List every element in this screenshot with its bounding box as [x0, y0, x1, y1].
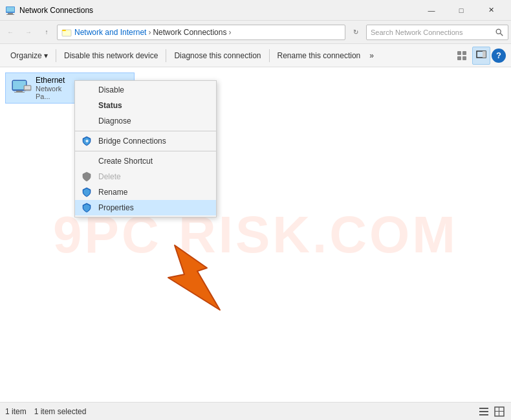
svg-rect-22 — [479, 408, 488, 409]
svg-rect-9 — [462, 51, 466, 55]
close-button[interactable]: ✕ — [476, 0, 506, 21]
ctx-disable[interactable]: Disable — [75, 82, 216, 98]
maximize-button[interactable]: □ — [446, 0, 476, 21]
view-icon — [457, 50, 467, 61]
preview-button[interactable] — [472, 47, 490, 65]
ctx-delete: Delete — [75, 169, 216, 184]
properties-shield-icon — [82, 203, 92, 213]
forward-button[interactable]: → — [21, 25, 36, 40]
svg-rect-24 — [479, 414, 488, 415]
ctx-delete-label: Delete — [98, 172, 121, 181]
ethernet-icon — [11, 78, 32, 98]
ctx-bridge[interactable]: ✦ Bridge Connections — [75, 133, 216, 149]
ctx-diagnose[interactable]: Diagnose — [75, 113, 216, 129]
svg-marker-21 — [168, 245, 220, 310]
view-options-button[interactable] — [453, 47, 471, 65]
toolbar-right: ? — [453, 47, 506, 65]
ctx-status[interactable]: Status — [75, 98, 216, 113]
svg-rect-3 — [6, 7, 14, 12]
ctx-shortcut[interactable]: Create Shortcut — [75, 153, 216, 169]
address-bar: ← → ↑ Network and Internet › Network Con… — [0, 21, 511, 44]
svg-rect-5 — [62, 30, 66, 31]
svg-rect-11 — [462, 56, 466, 60]
svg-rect-8 — [457, 51, 461, 55]
ctx-bridge-label: Bridge Connections — [98, 137, 166, 146]
breadcrumb-bar[interactable]: Network and Internet › Network Connectio… — [57, 25, 345, 40]
refresh-button[interactable]: ↻ — [348, 25, 364, 40]
delete-shield-icon — [82, 171, 92, 182]
detail-view-icon — [494, 406, 505, 417]
breadcrumb-network[interactable]: Network and Internet — [74, 28, 146, 37]
search-bar[interactable]: Search Network Connections — [366, 25, 508, 40]
title-bar-icon — [5, 5, 16, 16]
back-button[interactable]: ← — [3, 25, 18, 40]
svg-point-6 — [496, 29, 501, 34]
svg-rect-17 — [14, 92, 25, 93]
ctx-disable-label: Disable — [98, 85, 124, 94]
file-area: 9PC RISK.COM Ethernet Network Pa... — [0, 67, 511, 402]
toolbar-sep-1 — [56, 49, 56, 62]
more-button[interactable]: » — [367, 47, 376, 65]
svg-rect-1 — [8, 13, 13, 14]
help-button[interactable]: ? — [492, 49, 506, 63]
toolbar-sep-3 — [269, 49, 270, 62]
bridge-shield-icon: ✦ — [82, 136, 92, 146]
detail-view-button[interactable] — [493, 405, 506, 418]
list-view-icon — [478, 406, 490, 417]
status-bar-right — [477, 405, 506, 418]
svg-rect-2 — [6, 14, 14, 15]
ctx-diagnose-label: Diagnose — [98, 116, 131, 126]
status-bar: 1 item 1 item selected — [0, 402, 511, 420]
item-count: 1 item — [5, 407, 27, 416]
rename-button[interactable]: Rename this connection — [272, 47, 366, 65]
search-placeholder-text: Search Network Connections — [371, 28, 495, 36]
ethernet-name: Ethernet — [36, 76, 65, 85]
svg-rect-23 — [479, 411, 488, 412]
ctx-sep-1 — [75, 131, 216, 131]
ethernet-desc: Network — [36, 85, 65, 93]
svg-rect-16 — [16, 91, 23, 92]
breadcrumb-sep-2: › — [228, 28, 231, 37]
ctx-rename-label: Rename — [98, 188, 127, 197]
svg-rect-10 — [457, 56, 461, 60]
minimize-button[interactable]: — — [417, 0, 446, 21]
ctx-shortcut-label: Create Shortcut — [98, 157, 153, 166]
preview-icon — [476, 50, 486, 61]
svg-rect-27 — [495, 411, 504, 412]
selected-count: 1 item selected — [34, 407, 87, 416]
rename-shield-icon — [82, 187, 92, 197]
breadcrumb-current: Network Connections — [153, 28, 226, 37]
organize-button[interactable]: Organize ▾ — [5, 47, 53, 65]
title-bar: Network Connections — □ ✕ — [0, 0, 511, 21]
ctx-properties[interactable]: Properties — [75, 200, 216, 216]
main-content: 9PC RISK.COM Ethernet Network Pa... — [0, 67, 511, 402]
ctx-properties-label: Properties — [98, 203, 134, 212]
ctx-sep-2 — [75, 151, 216, 151]
svg-rect-13 — [483, 51, 486, 58]
disable-network-button[interactable]: Disable this network device — [59, 47, 163, 65]
ctx-status-label: Status — [98, 101, 122, 110]
ethernet-subdesc: Pa... — [36, 93, 65, 100]
search-icon — [495, 28, 504, 37]
context-menu: Disable Status Diagnose ✦ Br — [74, 80, 217, 217]
diagnose-button[interactable]: Diagnose this connection — [169, 47, 266, 65]
list-view-button[interactable] — [477, 405, 490, 418]
breadcrumb-sep-1: › — [148, 28, 151, 37]
ctx-rename[interactable]: Rename — [75, 184, 216, 200]
window-title: Network Connections — [19, 6, 417, 15]
svg-rect-19 — [25, 86, 30, 89]
up-button[interactable]: ↑ — [39, 25, 54, 40]
svg-line-7 — [500, 33, 503, 36]
toolbar: Organize ▾ Disable this network device D… — [0, 44, 511, 67]
svg-text:✦: ✦ — [85, 138, 89, 144]
toolbar-sep-2 — [166, 49, 166, 62]
title-bar-controls: — □ ✕ — [417, 0, 506, 21]
ethernet-info: Ethernet Network Pa... — [36, 76, 65, 100]
